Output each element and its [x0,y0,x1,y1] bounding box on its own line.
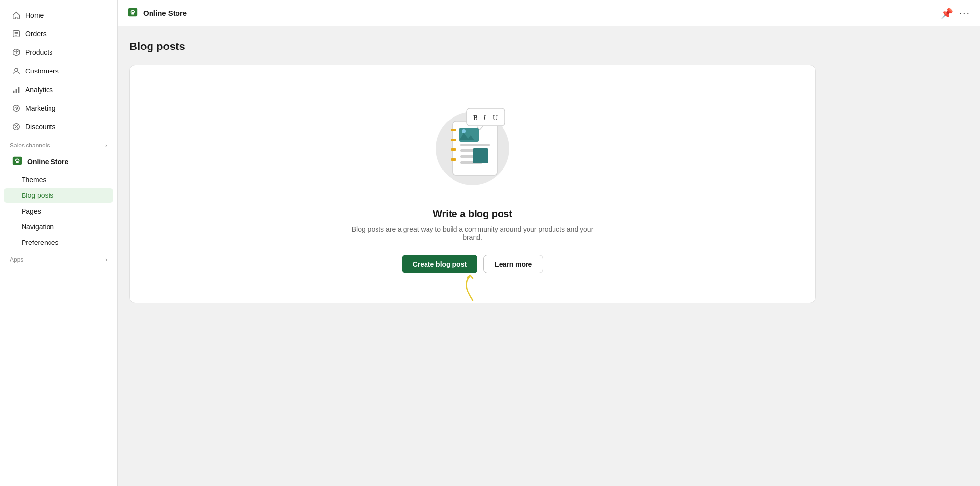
analytics-icon [12,85,21,94]
marketing-icon [12,104,21,113]
arrow-illustration [453,273,492,303]
sidebar-sub-pages[interactable]: Pages [4,204,113,219]
sidebar-sub-blog-posts[interactable]: Blog posts [4,188,113,203]
sidebar-sub-themes[interactable]: Themes [4,172,113,187]
online-store-icon [12,155,23,168]
create-blog-post-button[interactable]: Create blog post [402,255,477,273]
discounts-icon [12,122,21,131]
more-options-icon[interactable]: ··· [959,7,970,19]
sidebar-item-discounts[interactable]: Discounts [4,118,113,136]
sales-channels-chevron[interactable]: › [105,142,107,149]
sales-channels-label: Sales channels [10,142,50,149]
products-icon [12,48,21,57]
apps-label: Apps [10,256,23,263]
sidebar-item-products-label: Products [25,49,52,56]
blog-illustration: B I U [424,95,522,193]
apps-chevron[interactable]: › [105,256,107,263]
topbar-title: Online Store [143,9,187,17]
svg-rect-14 [460,144,490,146]
svg-rect-9 [16,161,19,163]
svg-rect-3 [16,89,17,93]
customers-icon [12,67,21,75]
pages-label: Pages [22,207,41,215]
home-icon [12,11,21,20]
svg-rect-18 [451,129,456,131]
sidebar-item-online-store[interactable]: Online Store [4,151,113,171]
svg-rect-21 [451,158,456,161]
sidebar-item-analytics[interactable]: Analytics [4,81,113,98]
learn-more-button[interactable]: Learn more [483,255,543,273]
svg-rect-24 [473,148,488,163]
top-bar-right: 📌 ··· [941,7,970,19]
sidebar-item-products[interactable]: Products [4,44,113,61]
sidebar-sub-preferences[interactable]: Preferences [4,235,113,250]
sidebar: Home Orders Products Customers [0,0,118,486]
sidebar-item-orders-label: Orders [25,30,47,38]
apps-section: Apps › [0,250,117,265]
themes-label: Themes [22,176,47,184]
sidebar-item-marketing-label: Marketing [25,104,55,112]
sidebar-item-discounts-label: Discounts [25,123,55,131]
preferences-label: Preferences [22,239,58,246]
svg-rect-25 [467,108,505,126]
pin-icon[interactable]: 📌 [941,7,953,19]
empty-state-description: Blog posts are a great way to build a co… [350,225,595,241]
sidebar-item-orders[interactable]: Orders [4,25,113,43]
svg-point-1 [15,68,18,71]
sidebar-item-customers[interactable]: Customers [4,62,113,80]
empty-state-title: Write a blog post [433,208,512,219]
action-buttons: Create blog post Learn more [402,255,544,273]
svg-rect-4 [18,87,20,93]
svg-rect-19 [451,139,456,141]
sidebar-online-store-label: Online Store [27,158,68,166]
sidebar-sub-navigation[interactable]: Navigation [4,219,113,234]
empty-state-card: B I U Write a blog post Blog posts are a… [129,65,816,303]
sidebar-item-marketing[interactable]: Marketing [4,99,113,117]
svg-rect-20 [451,148,456,151]
top-bar-left: Online Store [127,7,187,20]
blog-posts-label: Blog posts [22,192,53,199]
sidebar-item-home[interactable]: Home [4,6,113,24]
content-area: Blog posts [118,26,980,486]
orders-icon [12,29,21,38]
svg-text:U: U [493,114,498,122]
sales-channels-section: Sales channels › [0,136,117,151]
main-content: Online Store 📌 ··· Blog posts [118,0,980,486]
svg-point-23 [462,129,466,133]
svg-text:B: B [473,114,477,122]
svg-rect-2 [13,91,15,93]
svg-rect-11 [131,12,134,15]
top-bar: Online Store 📌 ··· [118,0,980,26]
page-title: Blog posts [129,40,968,53]
sidebar-item-home-label: Home [25,11,44,19]
topbar-store-icon [127,7,138,20]
sidebar-item-analytics-label: Analytics [25,86,53,94]
navigation-label: Navigation [22,223,54,231]
svg-point-6 [16,108,17,109]
sidebar-item-customers-label: Customers [25,67,59,75]
